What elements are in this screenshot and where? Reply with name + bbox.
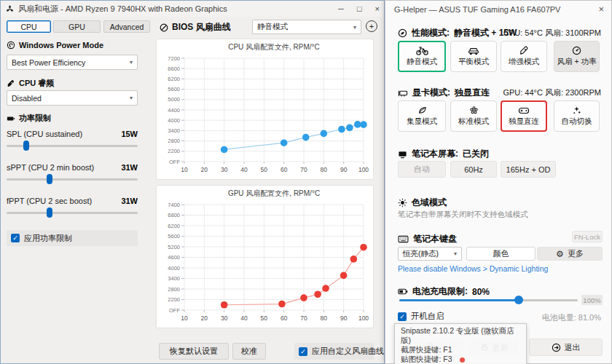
slider-thumb[interactable] [47, 174, 52, 184]
svg-text:80: 80 [321, 166, 328, 173]
svg-text:CPU 风扇配置文件, RPM/°C: CPU 风扇配置文件, RPM/°C [228, 43, 320, 51]
autostart-checkbox[interactable]: ✓ 开机自启 [398, 311, 444, 322]
close-icon[interactable]: × [598, 4, 604, 15]
sppt-slider[interactable] [7, 174, 138, 184]
apply-custom-curve-checkbox[interactable]: ✓ 应用自定义风扇曲线 [294, 343, 374, 360]
svg-text:100: 100 [358, 314, 369, 322]
svg-text:70: 70 [300, 314, 307, 322]
eco-gpu-button[interactable]: 集显模式 [398, 100, 446, 132]
reset-defaults-button[interactable]: 恢复默认设置 [159, 343, 229, 360]
eco-icon [398, 28, 407, 38]
svg-text:60: 60 [280, 314, 288, 322]
checkbox-checked-icon: ✓ [398, 312, 407, 321]
svg-text:7400: 7400 [168, 202, 180, 208]
window-title: 风扇和电源 - AMD Ryzen 9 7940HX with Radeon G… [18, 4, 227, 15]
tooltip-line: Snipaste 2.10.2 专业版 (微软商店版) [401, 326, 520, 345]
slider-thumb[interactable] [514, 296, 523, 304]
screen-60hz-button[interactable]: 60Hz [450, 161, 497, 178]
chevron-down-icon: ▾ [130, 95, 133, 101]
keyboard-light-select[interactable]: 恒亮(静态) ▾ [398, 247, 462, 261]
screen-auto-button[interactable]: 自动 [398, 161, 446, 178]
slider-thumb[interactable] [23, 141, 29, 151]
standard-gpu-button[interactable]: 标准模式 [450, 100, 497, 132]
close-icon[interactable]: × [375, 4, 380, 13]
spl-value: 15W [121, 130, 138, 138]
right-titlebar[interactable]: G-Helper — ASUS TUF Gaming A16 FA607PV [385, 1, 611, 18]
svg-text:4000: 4000 [168, 117, 180, 124]
svg-text:2200: 2200 [168, 296, 180, 303]
chevron-down-icon: ▾ [130, 59, 133, 66]
svg-text:20: 20 [201, 314, 208, 322]
svg-text:40: 40 [240, 314, 248, 322]
svg-text:90: 90 [340, 166, 348, 173]
svg-text:40: 40 [240, 166, 248, 173]
apply-power-limits-checkbox[interactable]: ✓ 应用功率限制 [7, 230, 138, 246]
flower-icon [469, 106, 479, 115]
bios-icon [160, 23, 168, 32]
ultimate-gpu-button[interactable]: 独显直连 [501, 100, 547, 132]
turbo-mode-button[interactable]: 增强模式 [501, 41, 547, 72]
svg-text:6600: 6600 [168, 66, 180, 72]
auto-sparkle-icon [572, 106, 581, 115]
tab-advanced[interactable]: Advanced [103, 20, 150, 33]
bios-curve-heading: BIOS 风扇曲线 [160, 21, 231, 33]
power-mode-select[interactable]: Best Power Efficiency ▾ [7, 55, 138, 70]
svg-text:4600: 4600 [168, 254, 180, 261]
bicycle-icon [416, 46, 428, 55]
calibrate-button[interactable]: 校准 [232, 343, 266, 360]
sppt-label-row: sPPT (CPU 2 min boost)31W [7, 163, 138, 172]
status-dot [460, 357, 465, 363]
arrow-right-circle-icon [552, 343, 561, 352]
svg-text:20: 20 [201, 166, 208, 173]
dynamic-lighting-link[interactable]: Please disable Windows > Dynamic Lightin… [398, 264, 548, 273]
svg-text:50: 50 [261, 314, 268, 322]
silent-mode-button[interactable]: 静音模式 [398, 41, 446, 72]
svg-text:2800: 2800 [168, 138, 180, 144]
fppt-label-row: fPPT (CPU 2 sec boost)31W [7, 197, 138, 205]
gpu-fan-curve-chart[interactable]: GPU 风扇配置文件, RPM/°C102030405060708090100O… [156, 185, 374, 328]
svg-text:50: 50 [261, 166, 268, 173]
slider-thumb[interactable] [47, 207, 52, 218]
svg-text:5200: 5200 [168, 244, 180, 250]
maximize-icon[interactable]: □ [357, 4, 362, 13]
fppt-slider[interactable] [7, 207, 138, 218]
power-mode-icon [7, 41, 15, 50]
tooltip-line: 贴图快捷键: F3 [401, 355, 520, 364]
add-profile-button[interactable]: + [366, 20, 377, 32]
car-icon [468, 46, 479, 55]
svg-text:6200: 6200 [168, 76, 180, 82]
svg-text:100: 100 [358, 166, 369, 173]
keyboard-color-button[interactable]: 颜色 [466, 247, 536, 261]
tab-cpu[interactable]: CPU [7, 20, 51, 33]
quit-button[interactable]: 退出 [529, 339, 603, 356]
desktop: 风扇和电源 - AMD Ryzen 9 7940HX with Radeon G… [0, 0, 612, 364]
spl-slider[interactable] [7, 141, 138, 151]
screen-165hz-button[interactable]: 165Hz + OD [501, 161, 556, 178]
minimize-icon[interactable]: ─ [338, 4, 344, 13]
fans-power-button[interactable]: 风扇 + 功率 [554, 41, 600, 72]
spl-label-row: SPL (CPU sustained)15W [7, 130, 138, 138]
screen-icon [398, 150, 407, 159]
svg-text:3400: 3400 [168, 275, 180, 282]
fan-mode-select[interactable]: 静音模式 ▾ [252, 20, 361, 34]
tab-gpu[interactable]: GPU [53, 20, 101, 33]
optimized-gpu-button[interactable]: 自动切换 [554, 100, 600, 132]
gear-icon: ⚙ [556, 250, 564, 258]
gamut-heading: 色域模式 [398, 197, 447, 209]
balanced-mode-button[interactable]: 平衡模式 [450, 41, 497, 72]
battery-limit-icon [7, 114, 15, 123]
battery-level-text: 电池电量: 81.0% [542, 312, 601, 323]
gamut-note: 笔记本自带屏幕关闭时不支持色域模式 [398, 210, 528, 220]
tooltip-line: 截屏快捷键: F1 [401, 345, 520, 355]
snipaste-tooltip: Snipaste 2.10.2 专业版 (微软商店版) 截屏快捷键: F1 贴图… [394, 323, 527, 364]
svg-text:60: 60 [280, 166, 288, 173]
keyboard-more-button[interactable]: ⚙ 更多 [537, 247, 603, 261]
cpu-boost-select[interactable]: Disabled ▾ [7, 90, 138, 106]
svg-text:70: 70 [300, 166, 307, 173]
left-titlebar[interactable]: 风扇和电源 - AMD Ryzen 9 7940HX with Radeon G… [1, 1, 384, 17]
cpu-fan-curve-chart[interactable]: CPU 风扇配置文件, RPM/°C102030405060708090100O… [156, 39, 374, 180]
fn-lock-button[interactable]: FN-Lock [572, 231, 603, 242]
svg-text:7200: 7200 [168, 55, 180, 62]
charge-limit-slider[interactable] [399, 295, 578, 305]
gpu-stats: GPU: 44°C 风扇: 2300RPM [503, 87, 601, 98]
